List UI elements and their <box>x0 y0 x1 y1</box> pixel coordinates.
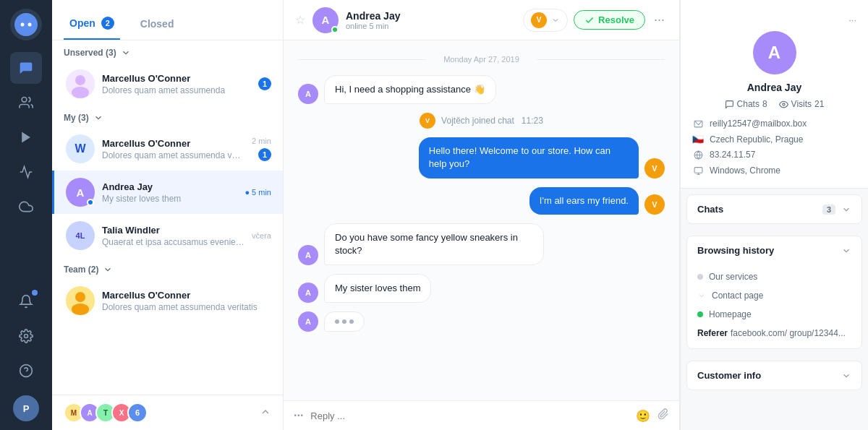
attach-button[interactable] <box>658 408 669 423</box>
chat-header: ☆ A Andrea Jay online 5 min V Resolve ··… <box>284 0 679 40</box>
chat-item[interactable]: 4L Talia Windler Quaerat et ipsa accusam… <box>52 214 283 257</box>
more-options-button[interactable]: ··· <box>651 9 668 30</box>
chat-info: Marcellus O'Conner Dolores quam amet ass… <box>102 138 244 160</box>
agent-selector[interactable]: V <box>523 9 568 32</box>
chat-item[interactable]: Marcellus O'Conner Dolores quam amet ass… <box>52 62 283 106</box>
email-row: reilly12547@mailbox.box <box>692 118 856 129</box>
browsing-history-section: Browsing history Our services Contact pa… <box>686 236 862 349</box>
chevron-down-icon <box>841 246 851 256</box>
sidebar: P <box>0 0 52 430</box>
link-item[interactable]: Homepage <box>687 305 861 324</box>
chat-preview: Dolores quam amet assumenda veritatis <box>102 302 264 312</box>
contact-avatar-img <box>66 286 95 315</box>
unread-badge: 1 <box>258 148 271 161</box>
agents-avatars: M A T X 6 <box>64 403 148 423</box>
chat-info: Andrea Jay My sister loves them <box>102 181 237 204</box>
contact-avatar-img <box>66 69 95 98</box>
svg-rect-17 <box>694 167 702 173</box>
browsing-section-header[interactable]: Browsing history <box>687 236 861 265</box>
tab-open[interactable]: Open 2 <box>64 8 120 40</box>
message-bubble: Do you have some fancy yellow sneakers i… <box>324 223 544 265</box>
customer-info-header[interactable]: Customer info <box>687 361 861 390</box>
reply-more-button[interactable]: ··· <box>294 409 303 422</box>
chat-header-info: Andrea Jay online 5 min <box>346 10 516 30</box>
typing-avatar: A <box>298 311 318 332</box>
sidebar-item-help[interactable] <box>10 355 42 387</box>
chat-preview: Dolores quam amet assumenda veritatis <box>102 150 244 160</box>
sidebar-item-settings[interactable] <box>10 320 42 352</box>
contact-profile: ··· A Andrea Jay Chats 8 Visits 21 reill… <box>681 0 868 189</box>
notifications-badge <box>32 290 38 296</box>
agents-expand-button[interactable] <box>260 406 271 420</box>
chat-item[interactable]: Marcellus O'Conner Dolores quam amet ass… <box>52 279 283 322</box>
message-bubble: I'm all ears my friend. <box>529 187 639 215</box>
message-bubble: My sister loves them <box>324 274 431 303</box>
star-icon[interactable]: ☆ <box>295 13 305 27</box>
chat-contact-name: Andrea Jay <box>346 10 516 22</box>
unread-badge: 1 <box>258 77 271 90</box>
section-unserved[interactable]: Unserved (3) <box>52 40 283 62</box>
profile-more-button[interactable]: ··· <box>848 14 856 25</box>
message-avatar: A <box>298 245 318 265</box>
message-bubble: Hi, I need a shopping assistance 👋 <box>324 75 496 104</box>
svg-point-4 <box>25 335 28 338</box>
section-my[interactable]: My (3) <box>52 106 283 127</box>
sidebar-item-reports[interactable] <box>10 156 42 188</box>
chat-preview: Quaerat et ipsa accusamus eveniet qui do… <box>102 237 244 247</box>
email-icon <box>692 118 704 129</box>
globe-icon <box>692 149 704 160</box>
sidebar-item-campaigns[interactable] <box>10 121 42 153</box>
resolve-button[interactable]: Resolve <box>574 10 645 30</box>
chat-item[interactable]: W Marcellus O'Conner Dolores quam amet a… <box>52 127 283 171</box>
monitor-icon <box>692 165 704 176</box>
status-indicator <box>87 199 94 206</box>
system-message: V Vojtěch joined chat 11:23 <box>298 113 665 129</box>
svg-point-8 <box>75 75 85 85</box>
emoji-button[interactable]: 🙂 <box>636 409 650 423</box>
sidebar-item-cloud[interactable] <box>10 191 42 223</box>
link-item[interactable]: Contact page <box>687 286 861 305</box>
sidebar-item-notifications[interactable] <box>10 285 42 317</box>
link-check-icon <box>697 291 706 300</box>
reply-input[interactable] <box>310 410 629 421</box>
reply-bar: ··· 🙂 <box>284 400 679 430</box>
link-item[interactable]: Our services <box>687 267 861 286</box>
user-avatar[interactable]: P <box>13 395 39 421</box>
visits-stat-icon <box>779 100 788 109</box>
svg-point-11 <box>75 292 85 302</box>
section-team[interactable]: Team (2) <box>52 257 283 279</box>
sidebar-nav <box>10 52 42 285</box>
contact-name: Andrea Jay <box>747 82 801 93</box>
sidebar-bottom: P <box>10 285 42 421</box>
chat-contact-status: online 5 min <box>346 22 516 30</box>
svg-point-0 <box>21 23 25 27</box>
message-avatar: V <box>644 158 665 179</box>
chat-time: 2 min <box>252 137 271 145</box>
sidebar-item-chat[interactable] <box>10 52 42 84</box>
agents-count: 6 <box>127 403 148 423</box>
sidebar-item-contacts[interactable] <box>10 87 42 119</box>
chat-tabs: Open 2 Closed <box>52 0 283 40</box>
chats-section-header[interactable]: Chats 3 <box>687 195 861 223</box>
referer-row: Referer facebook.com/ group/12344... <box>687 324 861 343</box>
svg-point-13 <box>782 103 784 105</box>
message-row: A My sister loves them <box>298 274 665 303</box>
chat-header-avatar: A <box>312 7 339 33</box>
right-panel: ··· A Andrea Jay Chats 8 Visits 21 reill… <box>680 0 868 430</box>
chat-item-andrea-jay[interactable]: A Andrea Jay My sister loves them ● 5 mi… <box>52 171 283 214</box>
avatar: A <box>66 178 95 207</box>
avatar <box>66 69 95 98</box>
chat-main: ☆ A Andrea Jay online 5 min V Resolve ··… <box>284 0 680 430</box>
chat-info: Marcellus O'Conner Dolores quam amet ass… <box>102 73 251 95</box>
assigned-agent-avatar: V <box>531 12 547 28</box>
tab-closed[interactable]: Closed <box>135 9 180 40</box>
chat-info: Marcellus O'Conner Dolores quam amet ass… <box>102 290 264 312</box>
chat-stat-icon <box>725 100 734 109</box>
chevron-down-icon <box>121 48 131 58</box>
chats-count-badge: 3 <box>822 205 835 215</box>
chat-list-panel: Open 2 Closed Unserved (3) Marcellus O'C… <box>52 0 284 430</box>
link-status-dot <box>697 311 703 317</box>
avatar: W <box>66 134 95 163</box>
chats-section: Chats 3 <box>686 194 862 224</box>
check-icon <box>584 15 595 25</box>
